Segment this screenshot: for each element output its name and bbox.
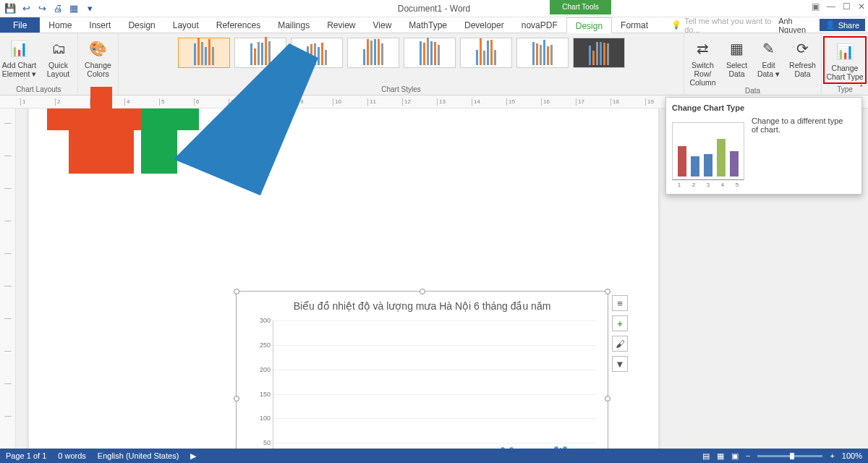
print-icon[interactable]: 🖨 — [52, 3, 64, 14]
tab-design[interactable]: Design — [119, 17, 163, 33]
add-chart-element-icon: 📊 — [10, 39, 29, 58]
view-read-icon[interactable]: ▤ — [702, 451, 710, 461]
chart-side-buttons: ≡ + 🖌 ▼ — [612, 295, 628, 372]
zoom-level[interactable]: 100% — [842, 451, 862, 460]
zoom-out-icon[interactable]: − — [746, 451, 750, 460]
group-change-colors: 🎨 Change Colors — [78, 33, 119, 95]
chart-style-thumb[interactable] — [404, 38, 456, 68]
user-name[interactable]: Anh Nguyen — [778, 17, 813, 34]
quick-layout-button[interactable]: 🗂 Quick Layout — [41, 36, 77, 78]
tab-chart-design[interactable]: Design — [566, 17, 612, 33]
quick-layout-icon: 🗂 — [49, 39, 68, 58]
refresh-data-icon: ⟳ — [793, 39, 812, 58]
tooltip-thumbnail — [672, 122, 744, 180]
language-indicator[interactable]: English (United States) — [98, 451, 179, 460]
collapse-ribbon-icon[interactable]: ˄ — [859, 84, 864, 93]
chart-style-thumb[interactable] — [234, 38, 286, 68]
table-icon[interactable]: ▦ — [68, 3, 80, 14]
resize-handle[interactable] — [420, 289, 425, 294]
close-icon[interactable]: ✕ — [858, 1, 865, 12]
chart-tools-context-tab: Chart Tools — [550, 0, 611, 14]
switch-row-column-icon: ⇄ — [694, 39, 712, 58]
resize-handle[interactable] — [605, 289, 610, 294]
ribbon-options-icon[interactable]: ▣ — [812, 1, 820, 12]
refresh-data-button[interactable]: ⟳Refresh Data — [786, 36, 820, 78]
word-count[interactable]: 0 words — [58, 451, 86, 460]
chart-brush-button[interactable]: 🖌 — [612, 336, 628, 352]
tooltip-description: Change to a different type of chart. — [752, 116, 846, 134]
resize-handle[interactable] — [234, 396, 239, 402]
chart-style-thumb[interactable] — [347, 38, 399, 68]
view-print-icon[interactable]: ▦ — [717, 451, 724, 461]
y-axis-tick: 250 — [249, 341, 271, 349]
redo-icon[interactable]: ↪ — [36, 3, 48, 14]
edit-data-button[interactable]: ✎Edit Data ▾ — [754, 36, 783, 78]
chart-style-thumb[interactable] — [516, 38, 569, 68]
window-controls: ▣ — ☐ ✕ — [812, 1, 865, 12]
view-web-icon[interactable]: ▣ — [731, 451, 739, 461]
minimize-icon[interactable]: — — [827, 1, 835, 12]
resize-handle[interactable] — [605, 396, 610, 402]
change-chart-type-icon: 📊 — [835, 42, 854, 61]
page-indicator[interactable]: Page 1 of 1 — [6, 451, 46, 460]
zoom-in-icon[interactable]: + — [830, 451, 834, 460]
tab-review[interactable]: Review — [318, 17, 364, 33]
ribbon-tabs: File Home Insert Design Layout Reference… — [0, 17, 868, 33]
tab-layout[interactable]: Layout — [164, 17, 208, 33]
y-axis-tick: 200 — [249, 366, 271, 373]
chart-object[interactable]: Biểu đồ nhiệt độ và lượng mưa Hà Nội 6 t… — [236, 291, 608, 449]
chart-title[interactable]: Biểu đồ nhiệt độ và lượng mưa Hà Nội 6 t… — [241, 300, 603, 312]
group-data: ⇄Switch Row/ Column ▦Select Data ✎Edit D… — [684, 33, 822, 95]
quick-access-toolbar: 💾 ↩ ↪ 🖨 ▦ ▾ — [0, 3, 95, 14]
tell-me-search[interactable]: Tell me what you want to do... — [671, 17, 778, 33]
change-colors-icon: 🎨 — [89, 39, 108, 58]
group-chart-layouts: 📊 Add Chart Element ▾ 🗂 Quick Layout Cha… — [0, 33, 78, 95]
tab-mathtype[interactable]: MathType — [400, 17, 456, 33]
save-icon[interactable]: 💾 — [4, 3, 16, 14]
tab-home[interactable]: Home — [40, 17, 80, 33]
switch-row-column-button[interactable]: ⇄Switch Row/ Column — [686, 36, 720, 87]
tab-chart-format[interactable]: Format — [612, 17, 657, 33]
y-axis-tick: 100 — [249, 415, 271, 422]
vertical-ruler[interactable] — [0, 109, 16, 449]
tab-insert[interactable]: Insert — [80, 17, 119, 33]
ribbon: 📊 Add Chart Element ▾ 🗂 Quick Layout Cha… — [0, 33, 868, 95]
tab-view[interactable]: View — [365, 17, 401, 33]
undo-icon[interactable]: ↩ — [20, 3, 32, 14]
y-axis-tick: 300 — [249, 317, 271, 324]
tab-file[interactable]: File — [0, 17, 40, 33]
window-title: Document1 - Word — [398, 4, 470, 14]
add-chart-element-button[interactable]: 📊 Add Chart Element ▾ — [1, 36, 38, 78]
status-bar: Page 1 of 1 0 words English (United Stat… — [0, 449, 868, 463]
tab-novapdf[interactable]: novaPDF — [513, 17, 566, 33]
zoom-slider[interactable] — [757, 455, 822, 457]
chart-filters-button[interactable]: ▼ — [612, 356, 628, 372]
share-button[interactable]: Share — [820, 19, 865, 31]
title-bar: 💾 ↩ ↪ 🖨 ▦ ▾ Document1 - Word Chart Tools… — [0, 0, 868, 17]
edit-data-icon: ✎ — [760, 39, 778, 58]
tab-references[interactable]: References — [208, 17, 269, 33]
y-axis-tick: 50 — [249, 439, 271, 446]
resize-handle[interactable] — [234, 289, 239, 294]
chart-style-thumb[interactable] — [573, 38, 625, 68]
group-chart-styles: Chart Styles — [119, 33, 684, 95]
tab-developer[interactable]: Developer — [456, 17, 513, 33]
chart-style-thumb[interactable] — [291, 38, 343, 68]
change-chart-type-tooltip: Change Chart Type Change to a different … — [665, 97, 862, 195]
chart-elements-button[interactable]: ≡ — [612, 295, 628, 311]
qat-dropdown-icon[interactable]: ▾ — [84, 3, 95, 14]
maximize-icon[interactable]: ☐ — [843, 1, 851, 12]
chart-style-thumb[interactable] — [178, 38, 230, 68]
chart-styles-button[interactable]: + — [612, 315, 628, 331]
select-data-button[interactable]: ▦Select Data — [723, 36, 752, 78]
macro-icon[interactable]: ▶ — [190, 451, 196, 461]
tab-mailings[interactable]: Mailings — [269, 17, 318, 33]
change-chart-type-button[interactable]: 📊 Change Chart Type — [826, 39, 864, 81]
select-data-icon: ▦ — [728, 39, 746, 58]
plot-area[interactable]: 050100150200250300123456 — [273, 320, 596, 449]
tooltip-title: Change Chart Type — [672, 103, 856, 112]
chart-style-thumb[interactable] — [460, 38, 512, 68]
change-colors-button[interactable]: 🎨 Change Colors — [80, 36, 116, 78]
y-axis-tick: 150 — [249, 391, 271, 398]
